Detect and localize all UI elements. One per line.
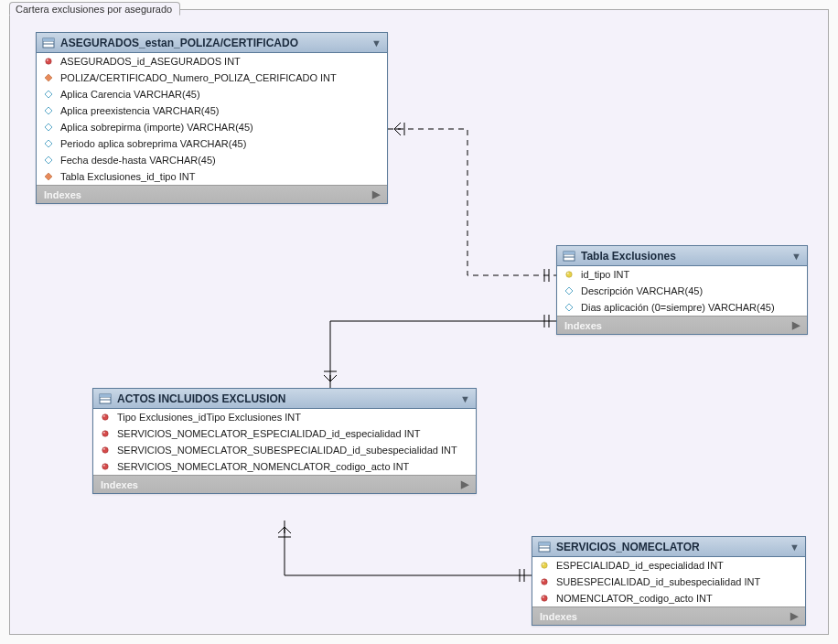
column-row[interactable]: SERVICIOS_NOMECLATOR_ESPECIALIDAD_id_esp… (93, 425, 476, 442)
column-row[interactable]: id_tipo INT (557, 266, 807, 283)
column-name: Periodo aplica sobreprima VARCHAR(45) (60, 138, 246, 149)
diamond-attr-icon (44, 156, 55, 165)
column-row[interactable]: ESPECIALIDAD_id_especialidad INT (532, 557, 805, 574)
column-row[interactable]: Aplica preexistencia VARCHAR(45) (37, 102, 387, 119)
column-row[interactable]: Descripción VARCHAR(45) (557, 283, 807, 299)
column-row[interactable]: NOMENCLATOR_codigo_acto INT (532, 590, 805, 606)
key-icon (540, 561, 551, 570)
column-name: Tabla Exclusiones_id_tipo INT (60, 171, 195, 182)
table-header[interactable]: ASEGURADOS_estan_POLIZA/CERTIFICADO ▼ (37, 33, 387, 53)
column-row[interactable]: ASEGURADOS_id_ASEGURADOS INT (37, 53, 387, 70)
svg-point-20 (567, 273, 569, 274)
table-icon (42, 38, 55, 48)
svg-rect-24 (100, 394, 111, 397)
columns-list: id_tipo INTDescripción VARCHAR(45)Dias a… (557, 266, 807, 316)
key-icon (564, 270, 575, 279)
svg-point-26 (103, 415, 105, 417)
erd-canvas: Cartera exclusiones por asegurado (9, 9, 829, 635)
svg-point-28 (103, 432, 105, 434)
diamond-attr-icon (44, 123, 55, 132)
collapse-arrow-icon[interactable]: ▼ (460, 393, 470, 404)
column-name: Tipo Exclusiones_idTipo Exclusiones INT (117, 412, 301, 423)
column-row[interactable]: Aplica Carencia VARCHAR(45) (37, 86, 387, 102)
key-icon (101, 429, 112, 438)
table-header[interactable]: SERVICIOS_NOMECLATOR ▼ (532, 537, 805, 557)
column-name: ASEGURADOS_id_ASEGURADOS INT (60, 56, 241, 67)
table-title: SERVICIOS_NOMECLATOR (556, 541, 790, 553)
column-row[interactable]: Fecha desde-hasta VARCHAR(45) (37, 152, 387, 168)
column-row[interactable]: SERVICIOS_NOMECLATOR_NOMENCLATOR_codigo_… (93, 458, 476, 475)
indexes-label: Indexes (540, 611, 577, 622)
column-row[interactable]: SERVICIOS_NOMECLATOR_SUBESPECIALIDAD_id_… (93, 442, 476, 458)
column-row[interactable]: Tabla Exclusiones_id_tipo INT (37, 168, 387, 185)
diamond-attr-icon (44, 106, 55, 115)
table-icon (538, 542, 551, 553)
collapse-arrow-icon[interactable]: ▼ (791, 251, 801, 262)
indexes-footer[interactable]: Indexes ▶ (37, 185, 387, 203)
expand-arrow-icon[interactable]: ▶ (790, 610, 798, 622)
table-header[interactable]: Tabla Exclusiones ▼ (557, 246, 807, 266)
svg-point-42 (543, 596, 544, 598)
column-name: NOMENCLATOR_codigo_acto INT (556, 593, 713, 604)
indexes-label: Indexes (564, 320, 602, 331)
expand-arrow-icon[interactable]: ▶ (461, 478, 468, 490)
svg-point-31 (102, 464, 108, 469)
column-name: Aplica Carencia VARCHAR(45) (60, 89, 200, 100)
table-icon (563, 251, 575, 262)
svg-point-29 (102, 447, 108, 453)
column-row[interactable]: Dias aplicación (0=siempre) VARCHAR(45) (557, 299, 807, 316)
expand-arrow-icon[interactable]: ▶ (792, 319, 800, 331)
diamond-attr-icon (44, 139, 55, 148)
collapse-arrow-icon[interactable]: ▼ (371, 38, 381, 48)
column-row[interactable]: POLIZA/CERTIFICADO_Numero_POLIZA_CERIFIC… (37, 70, 387, 86)
collapse-arrow-icon[interactable]: ▼ (790, 542, 800, 553)
column-name: SERVICIOS_NOMECLATOR_ESPECIALIDAD_id_esp… (117, 428, 420, 439)
columns-list: ESPECIALIDAD_id_especialidad INTSUBESPEC… (532, 557, 805, 606)
table-title: ASEGURADOS_estan_POLIZA/CERTIFICADO (60, 37, 371, 49)
table-exclusiones[interactable]: Tabla Exclusiones ▼ id_tipo INTDescripci… (556, 245, 808, 335)
table-actos[interactable]: ACTOS INCLUIDOS EXCLUSION ▼ Tipo Exclusi… (92, 388, 477, 494)
canvas-title: Cartera exclusiones por asegurado (16, 4, 172, 15)
columns-list: Tipo Exclusiones_idTipo Exclusiones INTS… (93, 409, 476, 475)
column-row[interactable]: Tipo Exclusiones_idTipo Exclusiones INT (93, 409, 476, 425)
diamond-attr-icon (564, 286, 575, 295)
key-icon (101, 445, 112, 455)
svg-rect-18 (564, 252, 575, 254)
column-row[interactable]: Aplica sobrepirma (importe) VARCHAR(45) (37, 119, 387, 135)
expand-arrow-icon[interactable]: ▶ (372, 188, 380, 200)
svg-rect-36 (539, 542, 550, 545)
svg-point-13 (46, 59, 51, 64)
svg-point-14 (47, 59, 48, 61)
column-name: SERVICIOS_NOMECLATOR_SUBESPECIALIDAD_id_… (117, 445, 457, 456)
indexes-label: Indexes (44, 189, 81, 200)
table-header[interactable]: ACTOS INCLUIDOS EXCLUSION ▼ (93, 389, 476, 409)
svg-point-25 (102, 414, 108, 420)
column-row[interactable]: SUBESPECIALIDAD_id_subespecialidad INT (532, 574, 805, 590)
key-icon (540, 594, 551, 603)
indexes-footer[interactable]: Indexes ▶ (557, 316, 807, 334)
svg-point-39 (542, 579, 547, 585)
svg-point-32 (103, 465, 105, 467)
diamond-fk-icon (44, 73, 55, 82)
table-asegurados[interactable]: ASEGURADOS_estan_POLIZA/CERTIFICADO ▼ AS… (36, 32, 388, 204)
diamond-attr-icon (44, 90, 55, 99)
svg-point-19 (566, 272, 572, 277)
column-row[interactable]: Periodo aplica sobreprima VARCHAR(45) (37, 135, 387, 152)
indexes-label: Indexes (101, 479, 138, 490)
svg-point-27 (102, 431, 108, 436)
column-name: ESPECIALIDAD_id_especialidad INT (556, 560, 724, 571)
column-name: Descripción VARCHAR(45) (581, 285, 703, 296)
column-name: POLIZA/CERTIFICADO_Numero_POLIZA_CERIFIC… (60, 72, 337, 83)
table-title: Tabla Exclusiones (581, 250, 791, 263)
key-icon (101, 462, 112, 471)
diamond-fk-icon (44, 172, 55, 181)
key-icon (540, 577, 551, 586)
column-name: Fecha desde-hasta VARCHAR(45) (60, 155, 216, 166)
table-servicios[interactable]: SERVICIOS_NOMECLATOR ▼ ESPECIALIDAD_id_e… (532, 536, 806, 626)
indexes-footer[interactable]: Indexes ▶ (532, 606, 805, 625)
column-name: Aplica sobrepirma (importe) VARCHAR(45) (60, 122, 253, 133)
column-name: Aplica preexistencia VARCHAR(45) (60, 105, 219, 116)
svg-point-37 (542, 563, 547, 568)
canvas-title-tab: Cartera exclusiones por asegurado (9, 2, 180, 16)
indexes-footer[interactable]: Indexes ▶ (93, 475, 476, 493)
